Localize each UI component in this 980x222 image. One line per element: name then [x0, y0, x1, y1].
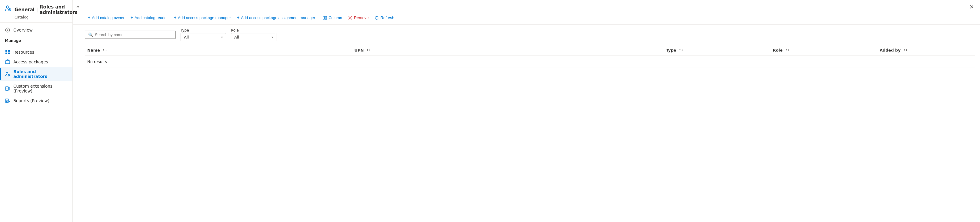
- remove-label: Remove: [354, 16, 369, 20]
- add-access-package-assignment-manager-label: Add access package assignment manager: [241, 16, 315, 20]
- add-access-package-assignment-manager-button[interactable]: + Add access package assignment manager: [234, 13, 318, 22]
- column-label: Column: [328, 16, 342, 20]
- custom-extensions-label: Custom extensions (Preview): [13, 84, 68, 93]
- column-header-upn[interactable]: UPN ↑↓: [352, 45, 663, 56]
- type-filter-value: All: [184, 35, 219, 40]
- sidebar-item-overview[interactable]: Overview: [0, 25, 72, 35]
- reports-label: Reports (Preview): [13, 98, 49, 103]
- role-filter-group: Role All ▾: [231, 28, 276, 41]
- add-catalog-owner-label: Add catalog owner: [92, 16, 124, 20]
- page-title: Roles and administrators: [40, 4, 78, 15]
- catalog-icon: [5, 5, 11, 13]
- svg-rect-5: [8, 50, 10, 52]
- column-header-type[interactable]: Type ↑↓: [663, 45, 771, 56]
- search-icon: 🔍: [88, 32, 93, 37]
- type-filter-label: Type: [181, 28, 226, 32]
- svg-rect-4: [5, 50, 7, 52]
- sidebar: General | Roles and administrators ··· C…: [0, 0, 73, 222]
- no-results-row: No results: [85, 56, 975, 68]
- add-catalog-reader-button[interactable]: + Add catalog reader: [127, 13, 171, 22]
- collapse-sidebar-button[interactable]: «: [75, 3, 80, 11]
- svg-rect-15: [326, 16, 327, 19]
- type-chevron-icon: ▾: [221, 35, 223, 39]
- search-input[interactable]: [95, 32, 172, 37]
- overview-label: Overview: [13, 27, 33, 32]
- roles-administrators-label: Roles and administrators: [13, 69, 68, 79]
- type-sort-icon: ↑↓: [679, 49, 683, 52]
- svg-rect-11: [5, 87, 8, 90]
- sidebar-nav: Overview Manage Resources: [0, 23, 72, 108]
- roles-table: Name ↑↓ UPN ↑↓ Type ↑↓ Role: [85, 45, 975, 68]
- toolbar: + Add catalog owner + Add catalog reader…: [73, 11, 980, 25]
- add-access-package-manager-label: Add access package manager: [178, 16, 231, 20]
- table-header-row: Name ↑↓ UPN ↑↓ Type ↑↓ Role: [85, 45, 975, 56]
- type-filter-dropdown[interactable]: All ▾: [181, 33, 226, 41]
- catalog-name: General: [14, 7, 35, 13]
- remove-button[interactable]: Remove: [345, 13, 372, 22]
- add-assignment-manager-icon: +: [237, 15, 239, 20]
- resources-icon: [5, 50, 10, 54]
- role-filter-dropdown[interactable]: All ▾: [231, 33, 276, 41]
- main-content: « + Add catalog owner + Add catalog read…: [73, 0, 980, 222]
- sidebar-item-reports[interactable]: Reports (Preview): [0, 96, 72, 105]
- add-access-package-manager-icon: +: [174, 15, 177, 20]
- svg-rect-6: [5, 53, 7, 54]
- access-packages-icon: [5, 59, 10, 64]
- column-button[interactable]: Column: [320, 13, 345, 22]
- roles-icon: [5, 72, 10, 77]
- filters-area: 🔍 Type All ▾ Role All ▾: [73, 25, 980, 45]
- refresh-label: Refresh: [380, 16, 394, 20]
- role-chevron-icon: ▾: [272, 35, 273, 39]
- svg-rect-7: [8, 53, 10, 54]
- added-by-sort-icon: ↑↓: [903, 49, 908, 52]
- title-separator: |: [37, 7, 38, 13]
- sidebar-item-roles-administrators[interactable]: Roles and administrators: [0, 67, 72, 81]
- manage-section-label: Manage: [0, 35, 72, 45]
- sidebar-item-access-packages[interactable]: Access packages: [0, 57, 72, 67]
- refresh-icon: [375, 15, 379, 20]
- add-catalog-reader-icon: +: [130, 15, 133, 20]
- type-filter-group: Type All ▾: [181, 28, 226, 41]
- role-filter-value: All: [234, 35, 269, 40]
- role-sort-icon: ↑↓: [785, 49, 790, 52]
- collapse-area: «: [73, 0, 980, 11]
- table-area: Name ↑↓ UPN ↑↓ Type ↑↓ Role: [73, 45, 980, 222]
- close-button[interactable]: ✕: [969, 4, 974, 10]
- custom-extensions-icon: [5, 86, 10, 91]
- resources-label: Resources: [13, 50, 34, 54]
- toolbar-divider-1: [319, 14, 319, 21]
- svg-point-9: [6, 72, 8, 74]
- add-access-package-manager-button[interactable]: + Add access package manager: [171, 13, 234, 22]
- sidebar-item-custom-extensions[interactable]: Custom extensions (Preview): [0, 81, 72, 96]
- remove-icon: [348, 15, 352, 20]
- column-header-name[interactable]: Name ↑↓: [85, 45, 352, 56]
- reports-icon: [5, 98, 10, 103]
- sidebar-item-resources[interactable]: Resources: [0, 47, 72, 57]
- column-header-role[interactable]: Role ↑↓: [770, 45, 877, 56]
- upn-sort-icon: ↑↓: [366, 49, 371, 52]
- svg-rect-13: [323, 16, 324, 19]
- overview-icon: [5, 27, 10, 32]
- column-header-added-by[interactable]: Added by ↑↓: [877, 45, 975, 56]
- search-box[interactable]: 🔍: [85, 30, 176, 39]
- svg-rect-14: [325, 16, 326, 19]
- svg-rect-8: [5, 61, 10, 64]
- no-results-cell: No results: [85, 56, 975, 68]
- access-packages-label: Access packages: [13, 59, 48, 64]
- column-icon: [323, 15, 327, 20]
- name-sort-icon: ↑↓: [103, 49, 107, 52]
- svg-point-3: [7, 29, 8, 29]
- role-filter-label: Role: [231, 28, 276, 32]
- add-catalog-reader-label: Add catalog reader: [135, 16, 168, 20]
- refresh-button[interactable]: Refresh: [372, 13, 397, 22]
- add-catalog-owner-button[interactable]: + Add catalog owner: [85, 13, 127, 22]
- svg-point-0: [6, 6, 9, 8]
- nav-divider: [5, 46, 68, 46]
- add-catalog-owner-icon: +: [88, 15, 90, 20]
- sidebar-header: General | Roles and administrators ··· C…: [0, 0, 72, 23]
